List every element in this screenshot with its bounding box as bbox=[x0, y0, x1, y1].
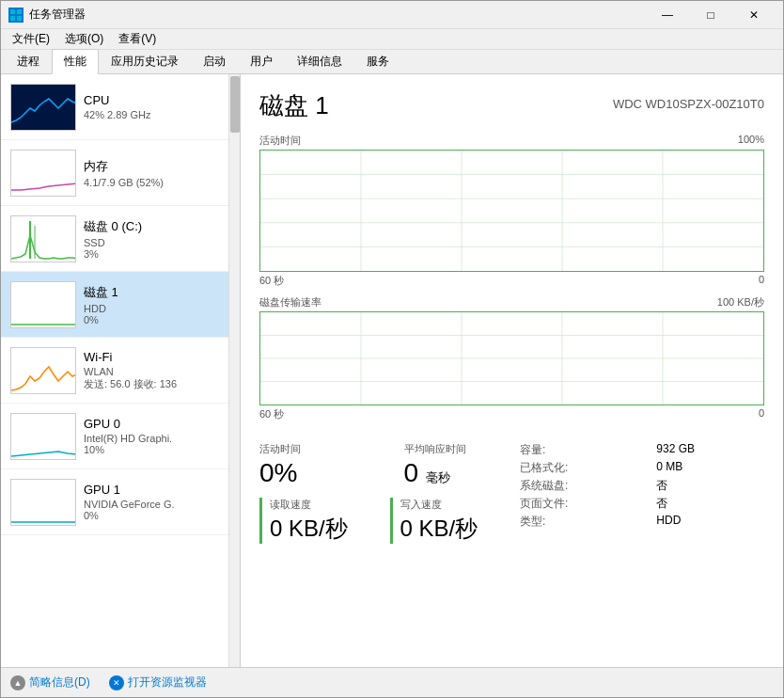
sidebar-item-wifi[interactable]: Wi-Fi WLAN 发送: 56.0 接收: 136 bbox=[1, 338, 240, 404]
main-stats-row: 活动时间 0% 平均响应时间 0 毫秒 bbox=[259, 442, 520, 488]
type-value: HDD bbox=[656, 514, 764, 530]
disk1-label: 磁盘 1 bbox=[84, 284, 232, 301]
close-button[interactable]: ✕ bbox=[732, 1, 776, 29]
page-file-value: 否 bbox=[656, 496, 764, 512]
disk0-info: 磁盘 0 (C:) SSD 3% bbox=[84, 218, 232, 260]
activity-time: 60 秒 bbox=[259, 274, 284, 288]
activity-chart-section: 活动时间 100% bbox=[259, 134, 764, 288]
tab-processes[interactable]: 进程 bbox=[5, 49, 52, 73]
detail-title: 磁盘 1 bbox=[259, 89, 329, 122]
transfer-time: 60 秒 bbox=[259, 407, 284, 421]
transfer-chart-section: 磁盘传输速率 100 KB/秒 60 秒 bbox=[259, 295, 764, 421]
formatted-value: 0 MB bbox=[656, 460, 764, 476]
read-speed-value: 0 KB/秒 bbox=[270, 514, 371, 544]
svg-rect-2 bbox=[10, 16, 15, 21]
menu-file[interactable]: 文件(E) bbox=[5, 29, 57, 49]
collapse-button[interactable]: ▲ 简略信息(D) bbox=[10, 674, 90, 690]
main-content: CPU 42% 2.89 GHz 内存 4.1/7.9 GB (52%) bbox=[1, 74, 783, 667]
avg-response-value: 0 毫秒 bbox=[404, 458, 521, 488]
memory-stats: 4.1/7.9 GB (52%) bbox=[84, 177, 232, 188]
tab-users[interactable]: 用户 bbox=[238, 49, 285, 73]
maximize-button[interactable]: □ bbox=[689, 1, 732, 29]
detail-header: 磁盘 1 WDC WD10SPZX-00Z10T0 bbox=[259, 89, 764, 122]
activity-label-row: 活动时间 100% bbox=[259, 134, 764, 148]
gpu0-model: Intel(R) HD Graphi. bbox=[84, 433, 232, 444]
formatted-label: 已格式化: bbox=[520, 460, 637, 476]
tab-performance[interactable]: 性能 bbox=[52, 49, 99, 74]
menu-bar: 文件(E) 选项(O) 查看(V) bbox=[1, 29, 783, 50]
gpu0-usage: 10% bbox=[84, 444, 232, 455]
capacity-label: 容量: bbox=[520, 442, 637, 458]
svg-rect-4 bbox=[11, 85, 76, 131]
svg-rect-6 bbox=[11, 216, 76, 262]
task-manager-window: 任务管理器 — □ ✕ 文件(E) 选项(O) 查看(V) 进程 性能 应用历史… bbox=[0, 0, 784, 698]
active-time-label: 活动时间 bbox=[259, 442, 376, 456]
disk0-mini-graph bbox=[10, 215, 76, 262]
minimize-button[interactable]: — bbox=[646, 1, 689, 29]
sidebar-item-disk0[interactable]: 磁盘 0 (C:) SSD 3% bbox=[1, 206, 240, 272]
sidebar-item-gpu1[interactable]: GPU 1 NVIDIA GeForce G. 0% bbox=[1, 469, 240, 535]
gpu1-label: GPU 1 bbox=[84, 483, 232, 497]
tab-services[interactable]: 服务 bbox=[354, 49, 401, 73]
transfer-right: 0 bbox=[759, 407, 764, 421]
system-disk-label: 系统磁盘: bbox=[520, 478, 637, 494]
active-time-block: 活动时间 0% bbox=[259, 442, 376, 488]
cpu-label: CPU bbox=[84, 93, 232, 107]
svg-rect-0 bbox=[10, 9, 15, 14]
gpu0-mini-graph bbox=[10, 413, 76, 460]
activity-right: 0 bbox=[759, 274, 764, 288]
system-disk-value: 否 bbox=[656, 478, 764, 494]
activity-max: 100% bbox=[738, 134, 764, 148]
monitor-label: 打开资源监视器 bbox=[128, 674, 207, 690]
wifi-type: WLAN bbox=[84, 366, 232, 377]
wifi-mini-graph bbox=[10, 347, 76, 394]
collapse-icon: ▲ bbox=[10, 675, 25, 690]
sidebar-item-cpu[interactable]: CPU 42% 2.89 GHz bbox=[1, 74, 240, 140]
transfer-bottom-row: 60 秒 0 bbox=[259, 407, 764, 421]
sidebar-item-disk1[interactable]: 磁盘 1 HDD 0% bbox=[1, 272, 240, 338]
menu-options[interactable]: 选项(O) bbox=[57, 29, 111, 49]
transfer-label: 磁盘传输速率 bbox=[259, 295, 321, 309]
tab-bar: 进程 性能 应用历史记录 启动 用户 详细信息 服务 bbox=[1, 50, 783, 74]
detail-model: WDC WD10SPZX-00Z10T0 bbox=[613, 97, 764, 111]
svg-rect-3 bbox=[17, 16, 22, 21]
disk0-type: SSD bbox=[84, 237, 232, 248]
disk0-usage: 3% bbox=[84, 248, 232, 260]
tab-details[interactable]: 详细信息 bbox=[285, 49, 354, 73]
gpu1-mini-graph bbox=[10, 479, 76, 526]
tab-app-history[interactable]: 应用历史记录 bbox=[99, 49, 191, 73]
activity-label: 活动时间 bbox=[259, 134, 301, 148]
read-speed-label: 读取速度 bbox=[270, 498, 371, 512]
cpu-stats: 42% 2.89 GHz bbox=[84, 109, 232, 120]
detail-panel: 磁盘 1 WDC WD10SPZX-00Z10T0 活动时间 100% bbox=[241, 74, 783, 667]
wifi-label: Wi-Fi bbox=[84, 350, 232, 364]
menu-view[interactable]: 查看(V) bbox=[111, 29, 164, 49]
capacity-value: 932 GB bbox=[656, 442, 764, 458]
gpu1-info: GPU 1 NVIDIA GeForce G. 0% bbox=[84, 483, 232, 521]
gpu0-label: GPU 0 bbox=[84, 417, 232, 431]
sidebar-scrollbar-thumb bbox=[230, 76, 240, 133]
read-speed-block: 读取速度 0 KB/秒 bbox=[259, 498, 371, 544]
svg-rect-1 bbox=[17, 9, 22, 14]
memory-label: 内存 bbox=[84, 158, 232, 175]
memory-info: 内存 4.1/7.9 GB (52%) bbox=[84, 158, 232, 188]
speed-stats-row: 读取速度 0 KB/秒 写入速度 0 KB/秒 bbox=[259, 498, 520, 544]
monitor-icon: ✕ bbox=[109, 675, 124, 690]
cpu-info: CPU 42% 2.89 GHz bbox=[84, 93, 232, 120]
activity-bottom-row: 60 秒 0 bbox=[259, 274, 764, 288]
title-bar: 任务管理器 — □ ✕ bbox=[1, 1, 783, 29]
resource-monitor-button[interactable]: ✕ 打开资源监视器 bbox=[109, 674, 207, 690]
write-speed-block: 写入速度 0 KB/秒 bbox=[390, 498, 502, 544]
activity-chart bbox=[259, 150, 764, 272]
disk0-label: 磁盘 0 (C:) bbox=[84, 218, 232, 235]
memory-mini-graph bbox=[10, 150, 76, 197]
sidebar-item-memory[interactable]: 内存 4.1/7.9 GB (52%) bbox=[1, 140, 240, 206]
sidebar-item-gpu0[interactable]: GPU 0 Intel(R) HD Graphi. 10% bbox=[1, 404, 240, 469]
tab-startup[interactable]: 启动 bbox=[191, 49, 238, 73]
gpu1-model: NVIDIA GeForce G. bbox=[84, 499, 232, 510]
transfer-label-row: 磁盘传输速率 100 KB/秒 bbox=[259, 295, 764, 309]
stats-left: 活动时间 0% 平均响应时间 0 毫秒 读取速度 bbox=[259, 431, 520, 544]
wifi-stats: 发送: 56.0 接收: 136 bbox=[84, 377, 232, 391]
gpu1-usage: 0% bbox=[84, 510, 232, 521]
sidebar-scrollbar[interactable] bbox=[228, 74, 240, 667]
